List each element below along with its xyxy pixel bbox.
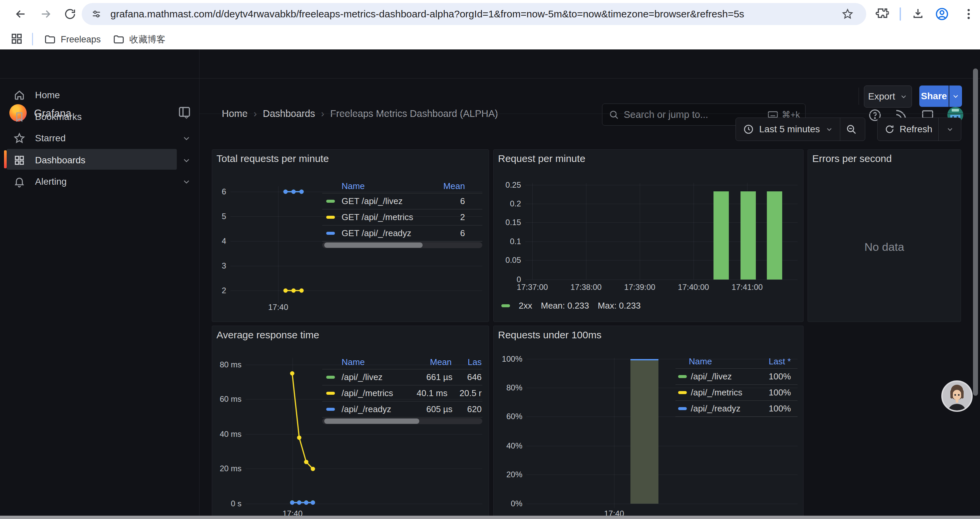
legend-row[interactable]: /api/_/readyz 605 µs 620 <box>322 401 482 417</box>
menu-kebab-icon[interactable] <box>962 7 975 21</box>
panel-avg-response-time: Average response time 80 ms 60 ms 40 ms … <box>212 326 489 519</box>
extensions-icon[interactable] <box>876 7 889 21</box>
chevron-down-icon <box>951 92 960 100</box>
folder-icon <box>44 34 56 45</box>
bell-icon <box>13 176 25 188</box>
url-bar[interactable]: grafana.mathmast.com/d/deytv4rwavabkb/fr… <box>82 3 866 25</box>
chevron-down-icon[interactable] <box>182 177 191 186</box>
bar <box>713 192 729 279</box>
clock-icon <box>743 124 754 134</box>
profile-icon[interactable] <box>935 7 949 21</box>
legend-table: Name Last * /api/_/livez 100% /api/_/met… <box>675 355 797 417</box>
legend-row[interactable]: /api/_/livez 100% <box>675 369 797 385</box>
bookmark-folder-freeleaps[interactable]: Freeleaps <box>44 32 101 47</box>
vertical-scrollbar[interactable] <box>973 69 978 396</box>
legend-col-name[interactable]: Name <box>342 357 364 367</box>
folder-icon <box>113 34 125 45</box>
horizontal-scrollbar[interactable] <box>0 516 980 519</box>
legend-row[interactable]: /api/_/metrics 40.1 ms 20.5 r <box>322 385 482 401</box>
series-color-pill <box>326 408 335 411</box>
bookmark-label: 收藏博客 <box>129 34 165 45</box>
zoom-out-icon[interactable] <box>846 124 857 135</box>
series-color-pill <box>326 376 335 379</box>
dashboard-actions-row: Export Share <box>199 78 980 114</box>
chevron-down-icon[interactable] <box>182 156 191 165</box>
sidebar-item-dashboards[interactable]: Dashboards <box>0 150 199 171</box>
sidebar-item-alerting[interactable]: Alerting <box>0 171 199 192</box>
active-item-highlight <box>7 149 177 170</box>
legend-row[interactable]: GET /api/_/livez 6 <box>322 193 482 209</box>
sidebar-item-bookmarks[interactable]: Bookmarks <box>0 106 199 128</box>
bookmark-star-icon[interactable] <box>842 8 854 20</box>
series-color-pill <box>326 232 335 235</box>
refresh-icon <box>884 124 895 134</box>
sidebar-divider <box>199 50 199 516</box>
bookmark-icon <box>13 111 25 123</box>
legend-col-name[interactable]: Name <box>342 181 364 192</box>
series-max: Max: 0.233 <box>598 300 641 311</box>
series-color-pill <box>678 375 687 378</box>
sidebar-item-home[interactable]: Home <box>0 85 199 106</box>
bookmarks-bar: Freeleaps 收藏博客 <box>0 28 980 50</box>
assistant-avatar[interactable] <box>941 380 973 412</box>
share-button[interactable]: Share <box>919 86 949 107</box>
legend-row[interactable]: /api/_/livez 661 µs 646 <box>322 369 482 385</box>
legend-scrollbar[interactable] <box>322 418 482 424</box>
reload-icon[interactable] <box>64 7 77 21</box>
refresh-interval-caret[interactable] <box>946 125 954 133</box>
legend-row[interactable]: GET /api/_/metrics 2 <box>322 209 482 225</box>
bookmark-label: Freeleaps <box>61 34 101 45</box>
export-button[interactable]: Export <box>864 86 912 107</box>
bookmark-folder-blogs[interactable]: 收藏博客 <box>113 32 165 47</box>
back-icon[interactable] <box>14 7 27 21</box>
sidebar-item-starred[interactable]: Starred <box>0 128 199 149</box>
legend-scrollbar[interactable] <box>322 242 482 248</box>
series-name: 2xx <box>519 300 532 311</box>
series-color-pill <box>678 407 687 410</box>
legend-col-name[interactable]: Name <box>689 356 712 367</box>
legend-row[interactable]: /api/_/readyz 100% <box>675 401 797 417</box>
time-range-label[interactable]: Last 5 minutes <box>759 124 820 134</box>
legend-table: Name Mean Las /api/_/livez 661 µs 646 /a… <box>322 355 482 417</box>
series-color-pill <box>326 200 335 203</box>
y-tick: 40% <box>494 441 522 450</box>
refresh-controls: Refresh <box>877 118 961 141</box>
apps-grid-icon[interactable] <box>10 32 23 45</box>
bar <box>767 192 782 279</box>
y-tick: 20% <box>494 470 522 479</box>
actions-separator <box>859 88 859 105</box>
bar <box>740 192 756 279</box>
panel-title[interactable]: Errors per second <box>812 153 892 164</box>
chevron-down-icon[interactable] <box>825 125 833 133</box>
legend-header: Name Mean <box>322 179 482 193</box>
series-color-pill <box>678 391 687 394</box>
legend-col-last[interactable]: Last * <box>769 356 791 367</box>
y-tick: 0% <box>494 499 522 508</box>
legend-inline[interactable]: 2xx Mean: 0.233 Max: 0.233 <box>501 300 641 311</box>
legend-header: Name Last * <box>675 355 797 369</box>
chevron-down-icon[interactable] <box>182 112 191 121</box>
series-color-pill <box>326 392 335 395</box>
legend-col-last[interactable]: Las <box>468 357 482 367</box>
legend-col-mean[interactable]: Mean <box>443 181 465 192</box>
legend-col-mean[interactable]: Mean <box>430 357 452 367</box>
y-tick: 80% <box>494 383 522 393</box>
forward-icon[interactable] <box>39 7 52 21</box>
bar-chart <box>494 150 803 322</box>
panel-errors-per-second: Errors per second No data <box>808 149 961 322</box>
chevron-down-icon[interactable] <box>182 134 191 143</box>
url-text[interactable]: grafana.mathmast.com/d/deytv4rwavabkb/fr… <box>110 8 838 20</box>
toolbar-separator <box>900 7 901 21</box>
legend-row[interactable]: GET /api/_/readyz 6 <box>322 225 482 241</box>
site-settings-icon[interactable] <box>91 9 102 19</box>
download-icon[interactable] <box>911 7 924 21</box>
legend-row[interactable]: /api/_/metrics 100% <box>675 385 797 401</box>
home-icon <box>13 89 25 101</box>
panel-request-per-minute: Request per minute 0.25 0.2 0.15 0.1 0.0… <box>493 149 803 322</box>
refresh-label[interactable]: Refresh <box>900 124 932 134</box>
panel-title[interactable]: Requests under 100ms <box>498 329 601 341</box>
share-menu-caret[interactable] <box>949 86 962 107</box>
y-tick: 100% <box>494 355 522 364</box>
panel-under-100ms: Requests under 100ms 100% 80% 60% 40% 20… <box>493 326 803 519</box>
bookmarks-separator <box>32 33 33 45</box>
